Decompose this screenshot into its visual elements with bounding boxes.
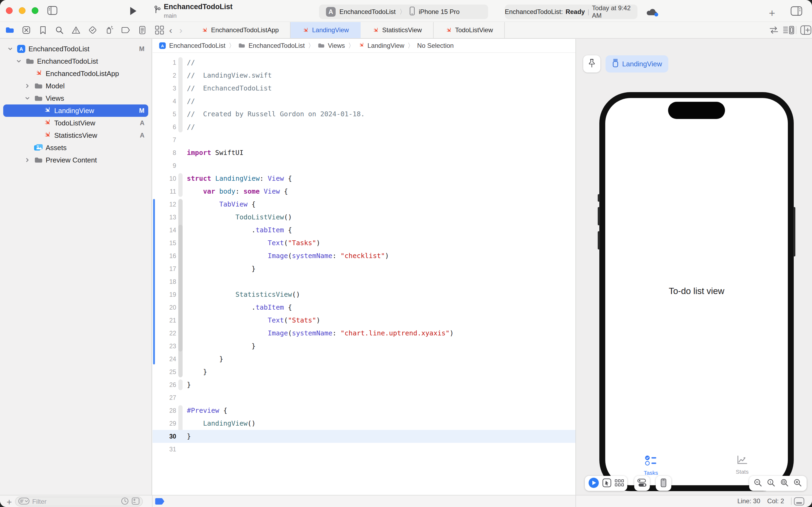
minimize-window-button[interactable] xyxy=(19,7,25,14)
chevron-down-icon[interactable] xyxy=(15,59,22,64)
forward-button[interactable]: › xyxy=(179,22,182,38)
line-number[interactable]: 9 xyxy=(153,159,176,172)
code-line[interactable]: 31 xyxy=(153,443,575,456)
line-number[interactable]: 28 xyxy=(153,404,176,417)
line-number[interactable]: 4 xyxy=(153,95,176,108)
code-line[interactable]: 15 Text("Tasks") xyxy=(153,237,575,249)
filter-input[interactable] xyxy=(32,498,118,505)
source-editor[interactable]: 1//2// LandingView.swift3// EnchancedTod… xyxy=(153,53,575,495)
line-number[interactable]: 17 xyxy=(153,262,176,275)
add-editor-icon[interactable] xyxy=(800,22,811,38)
zoom-in-icon[interactable] xyxy=(794,478,802,488)
source-control-navigator-icon[interactable] xyxy=(21,25,32,36)
code-line[interactable]: 11 var body: some View { xyxy=(153,185,575,198)
selectable-mode-button[interactable] xyxy=(602,478,612,489)
breakpoints-navigator-icon[interactable] xyxy=(120,25,131,36)
code-line[interactable]: 13 TodoListView() xyxy=(153,211,575,224)
line-number[interactable]: 19 xyxy=(153,288,176,301)
code-line[interactable]: 18 xyxy=(153,275,575,288)
line-number[interactable]: 31 xyxy=(153,443,176,456)
line-number[interactable]: 5 xyxy=(153,108,176,121)
inspector-toggle-icon[interactable] xyxy=(791,6,802,17)
sidebar-item-model[interactable]: Model xyxy=(3,80,148,92)
sidebar-item-todolistview[interactable]: TodoListViewA xyxy=(3,117,148,129)
line-number[interactable]: 13 xyxy=(153,211,176,224)
related-items-icon[interactable] xyxy=(155,22,164,38)
line-number[interactable]: 1 xyxy=(153,56,176,69)
find-navigator-icon[interactable] xyxy=(54,25,65,36)
tests-navigator-icon[interactable] xyxy=(87,25,98,36)
code-line[interactable]: 22 Image(systemName: "chart.line.uptrend… xyxy=(153,327,575,340)
breadcrumb-item[interactable]: Views xyxy=(328,42,345,49)
chevron-right-icon[interactable] xyxy=(23,83,31,88)
breadcrumb-item[interactable]: EnchancedTodoList xyxy=(169,42,225,49)
code-line[interactable]: 29 LandingView() xyxy=(153,417,575,430)
sidebar-item-assets[interactable]: Assets xyxy=(3,142,148,154)
reports-navigator-icon[interactable] xyxy=(137,25,148,36)
variants-grid-button[interactable] xyxy=(615,479,624,488)
line-number[interactable]: 6 xyxy=(153,121,176,133)
zoom-window-button[interactable] xyxy=(32,7,39,14)
sidebar-item-statisticsview[interactable]: StatisticsViewA xyxy=(3,129,148,142)
debug-navigator-icon[interactable] xyxy=(104,25,115,36)
preview-tab-stats[interactable]: Stats xyxy=(697,455,788,476)
line-number[interactable]: 14 xyxy=(153,224,176,237)
live-preview-button[interactable] xyxy=(588,477,599,490)
scheme-selector[interactable]: A EnchancedTodoList 〉 iPhone 15 Pro xyxy=(319,5,488,19)
code-line[interactable]: 16 Image(systemName: "checklist") xyxy=(153,249,575,262)
line-number[interactable]: 16 xyxy=(153,249,176,262)
project-navigator-icon[interactable] xyxy=(4,25,15,36)
editor-bottom-options-icon[interactable] xyxy=(794,497,805,507)
code-line[interactable]: 24 } xyxy=(153,353,575,365)
zoom-100-icon[interactable]: 1 xyxy=(767,478,775,488)
code-line[interactable]: 1// xyxy=(153,56,575,69)
code-line[interactable]: 3// EnchancedTodoList xyxy=(153,82,575,95)
line-number[interactable]: 12 xyxy=(153,198,176,211)
sidebar-item-landingview[interactable]: LandingViewM xyxy=(3,105,148,117)
code-line[interactable]: 27 xyxy=(153,391,575,404)
device-settings-button[interactable] xyxy=(637,478,647,488)
code-line[interactable]: 10struct LandingView: View { xyxy=(153,172,575,185)
line-number[interactable]: 15 xyxy=(153,237,176,249)
line-number[interactable]: 18 xyxy=(153,275,176,288)
code-line[interactable]: 20 .tabItem { xyxy=(153,301,575,314)
code-line[interactable]: 25 } xyxy=(153,365,575,378)
sidebar-add-button[interactable]: ＋ xyxy=(5,496,13,507)
code-line[interactable]: 12 TabView { xyxy=(153,198,575,211)
close-window-button[interactable] xyxy=(6,7,13,14)
tab-todolistview[interactable]: TodoListView xyxy=(433,22,505,38)
line-number[interactable]: 2 xyxy=(153,69,176,82)
line-number[interactable]: 23 xyxy=(153,340,176,353)
run-button[interactable] xyxy=(129,6,137,17)
chevron-down-icon[interactable] xyxy=(6,47,14,51)
line-number[interactable]: 21 xyxy=(153,314,176,327)
code-line[interactable]: 30} xyxy=(153,430,575,443)
zoom-out-icon[interactable] xyxy=(754,478,762,488)
line-number[interactable]: 10 xyxy=(153,172,176,185)
preview-tab-tasks[interactable]: Tasks xyxy=(605,455,697,476)
zoom-fit-icon[interactable] xyxy=(780,478,789,488)
tab-landingview[interactable]: LandingView xyxy=(291,22,361,38)
recent-files-clock-icon[interactable] xyxy=(121,497,129,506)
tab-enchancedtodolistapp[interactable]: EnchancedTodoListApp xyxy=(189,22,291,38)
sidebar-item-preview-content[interactable]: Preview Content xyxy=(3,154,148,166)
code-line[interactable]: 5// Created by Russell Gordon on 2024-01… xyxy=(153,108,575,121)
code-line[interactable]: 26} xyxy=(153,378,575,391)
tab-statisticsview[interactable]: StatisticsView xyxy=(361,22,433,38)
preview-target-chip[interactable]: LandingView xyxy=(605,55,669,72)
line-number[interactable]: 20 xyxy=(153,301,176,314)
adjust-editor-options-icon[interactable] xyxy=(782,22,795,38)
code-line[interactable]: 19 StatisticsView() xyxy=(153,288,575,301)
add-button[interactable]: ＋ xyxy=(767,6,777,19)
toggle-sidebar-icon[interactable] xyxy=(47,6,57,16)
code-line[interactable]: 2// LandingView.swift xyxy=(153,69,575,82)
sidebar-item-enchancedtodolistapp[interactable]: EnchancedTodoListApp xyxy=(3,67,148,80)
code-line[interactable]: 4// xyxy=(153,95,575,108)
pin-preview-button[interactable] xyxy=(583,55,600,72)
line-number[interactable]: 22 xyxy=(153,327,176,340)
code-line[interactable]: 9 xyxy=(153,159,575,172)
line-number[interactable]: 25 xyxy=(153,365,176,378)
line-number[interactable]: 3 xyxy=(153,82,176,95)
code-line[interactable]: 7 xyxy=(153,133,575,146)
line-number[interactable]: 7 xyxy=(153,133,176,146)
